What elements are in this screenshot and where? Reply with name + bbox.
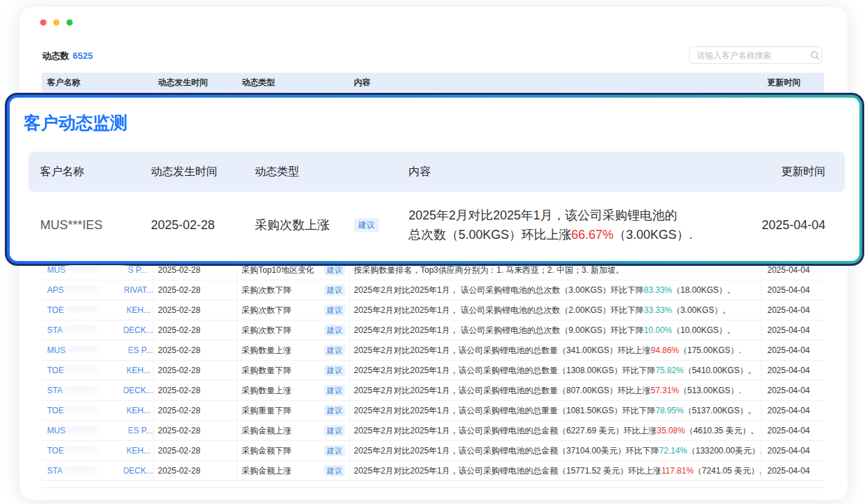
table-row: TOE******KEH... 2025-02-28 采购次数下降 建议 202… — [42, 300, 824, 321]
customer-name-link[interactable]: TOE******KEH... — [47, 406, 150, 415]
update-time-cell: 2025-04-04 — [762, 421, 824, 440]
suggestion-badge: 建议 — [324, 305, 345, 316]
event-type-cell: 采购重量下降 建议 — [238, 401, 350, 420]
masked-name-segment: ****** — [64, 386, 121, 395]
customer-name-link[interactable]: MUS******ES P... — [47, 345, 152, 355]
content-cell: 2025年2月对比2025年1月，该公司采购锂电池的总数量（341.00KGS）… — [350, 341, 762, 360]
event-type-cell: 采购数量上涨 建议 — [238, 341, 350, 360]
event-time-cell: 2025-02-28 — [154, 461, 238, 480]
percentage-up-highlight: 66.67% — [571, 228, 614, 242]
event-type-cell: 采购数量上涨 建议 — [238, 381, 350, 400]
customer-name-link[interactable]: TOE******KEH... — [47, 366, 150, 375]
masked-name-segment: ****** — [64, 325, 121, 335]
update-time-cell: 2025-04-04 — [762, 341, 824, 360]
event-time-cell: 2025-02-28 — [154, 280, 238, 300]
content-cell: 2025年2月对比2025年1月，该公司采购锂电池的总金额（15771.52 美… — [350, 461, 762, 480]
masked-name-segment: ****** — [67, 265, 127, 275]
table-row: MUS******ES P... 2025-02-28 采购数量上涨 建议 20… — [42, 341, 824, 361]
event-type-cell: 采购次数下降 建议 — [238, 300, 350, 320]
callout-event-time: 2025-02-28 — [151, 218, 255, 233]
window-controls — [40, 19, 73, 26]
suggestion-badge: 建议 — [324, 345, 345, 356]
event-type-cell: 采购数量下降 建议 — [238, 361, 350, 380]
percentage-highlight: 10.00% — [644, 325, 672, 335]
column-header-content: 内容 — [350, 73, 762, 92]
callout-event-type: 采购次数上涨 — [255, 217, 330, 233]
callout-column-type: 动态类型 — [255, 165, 409, 179]
content-cell: 2025年2月对比2025年1月，该公司采购锂电池的总数量（1308.00KGS… — [350, 361, 762, 380]
update-time-cell: 2025-04-04 — [762, 361, 824, 380]
customer-name-link[interactable]: MUS******ES P... — [47, 426, 152, 435]
update-time-cell: 2025-04-04 — [762, 381, 824, 400]
maximize-window-button[interactable] — [66, 19, 73, 26]
event-type-cell: 采购次数下降 建议 — [238, 280, 350, 300]
event-type-cell: 采购金额下降 建议 — [238, 441, 350, 460]
percentage-highlight: 57.31% — [651, 386, 679, 395]
table-row: STA******DECK... 2025-02-28 采购数量上涨 建议 20… — [42, 381, 824, 401]
dynamics-count-value: 6525 — [73, 51, 93, 61]
customer-name-link[interactable]: STA******DECK... — [47, 466, 153, 476]
search-icon[interactable] — [808, 51, 821, 60]
search-input[interactable] — [690, 47, 808, 63]
content-cell: 2025年2月对比2025年1月，该公司采购锂电池的总金额（6227.69 美元… — [350, 421, 762, 440]
suggestion-badge: 建议 — [324, 405, 345, 416]
customer-name-link[interactable]: APS******RIVAT... — [47, 285, 153, 295]
callout-column-customer: 客户名称 — [40, 165, 151, 179]
table-row: MUS******ES P... 2025-02-28 采购金额上涨 建议 20… — [42, 421, 824, 441]
masked-name-segment: ****** — [67, 345, 127, 355]
masked-name-segment: ****** — [65, 406, 125, 415]
percentage-highlight: 83.33% — [644, 285, 672, 295]
customer-name-link[interactable]: TOE******KEH... — [47, 446, 150, 456]
suggestion-badge: 建议 — [324, 425, 345, 436]
callout-content: 2025年2月对比2025年1月，该公司采购锂电池的 总次数（5.00KGS）环… — [409, 206, 762, 244]
minimize-window-button[interactable] — [53, 19, 60, 26]
masked-name-segment: ****** — [65, 285, 123, 295]
table-row: STA******DECK... 2025-02-28 采购金额上涨 建议 20… — [42, 461, 824, 481]
table-bottom-divider — [42, 487, 824, 488]
customer-name-link[interactable]: MUS******S P... — [47, 265, 147, 275]
percentage-highlight: 35.08% — [656, 426, 685, 435]
update-time-cell: 2025-04-04 — [762, 461, 824, 480]
close-window-button[interactable] — [40, 19, 46, 26]
percentage-highlight: 33.33% — [644, 305, 672, 315]
event-time-cell: 2025-02-28 — [154, 441, 238, 460]
event-time-cell: 2025-02-28 — [154, 361, 238, 380]
event-time-cell: 2025-02-28 — [154, 300, 238, 320]
callout-column-content: 内容 — [409, 165, 762, 179]
callout-header-row: 客户名称 动态发生时间 动态类型 内容 更新时间 — [28, 152, 845, 192]
update-time-cell: 2025-04-04 — [762, 280, 824, 300]
update-time-cell: 2025-04-04 — [762, 321, 824, 340]
customer-name-link[interactable]: STA******DECK... — [47, 325, 153, 335]
event-time-cell: 2025-02-28 — [154, 421, 238, 440]
dynamics-count-label: 动态数 — [42, 51, 69, 61]
dynamics-count: 动态数6525 — [42, 50, 93, 62]
customer-name-link[interactable]: STA******DECK... — [47, 386, 153, 395]
callout-update-time: 2025-04-04 — [762, 218, 845, 233]
suggestion-badge: 建议 — [324, 285, 345, 296]
table-body: MUS******S P... 2025-02-28 采购Top10地区变化 建… — [42, 260, 824, 481]
callout-body: 客户动态监测 客户名称 动态发生时间 动态类型 内容 更新时间 MUS***IE… — [10, 98, 859, 261]
event-time-cell: 2025-02-28 — [154, 401, 238, 420]
table-header-row: 客户名称 动态发生时间 动态类型 内容 更新时间 — [42, 73, 824, 92]
percentage-highlight: 75.82% — [655, 366, 683, 375]
highlight-callout-card: 客户动态监测 客户名称 动态发生时间 动态类型 内容 更新时间 MUS***IE… — [5, 93, 864, 266]
customer-name-link[interactable]: TOE******KEH... — [47, 305, 150, 315]
masked-name-segment: ****** — [65, 305, 125, 315]
masked-name-segment: ****** — [65, 446, 125, 456]
event-time-cell: 2025-02-28 — [154, 341, 238, 360]
column-header-update: 更新时间 — [762, 73, 824, 92]
content-cell: 2025年2月对比2025年1月，该公司采购锂电池的总重量（1081.50KGS… — [350, 401, 762, 420]
percentage-highlight: 94.86% — [651, 345, 679, 355]
callout-title: 客户动态监测 — [24, 111, 127, 134]
table-row: APS******RIVAT... 2025-02-28 采购次数下降 建议 2… — [42, 280, 824, 300]
content-cell: 2025年2月对比2025年1月， 该公司采购锂电池的总次数（9.00KGS）环… — [350, 321, 762, 340]
update-time-cell: 2025-04-04 — [762, 300, 824, 320]
event-time-cell: 2025-02-28 — [154, 381, 238, 400]
content-cell: 2025年2月对比2025年1月， 该公司采购锂电池的总次数（3.00KGS）环… — [350, 280, 762, 300]
suggestion-badge: 建议 — [324, 445, 345, 456]
percentage-highlight: 117.81% — [661, 466, 693, 476]
suggestion-badge: 建议 — [354, 218, 379, 232]
suggestion-badge: 建议 — [324, 325, 345, 336]
event-time-cell: 2025-02-28 — [154, 321, 238, 340]
content-cell: 2025年2月对比2025年1月，该公司采购锂电池的总金额（37104.00美元… — [350, 441, 762, 460]
